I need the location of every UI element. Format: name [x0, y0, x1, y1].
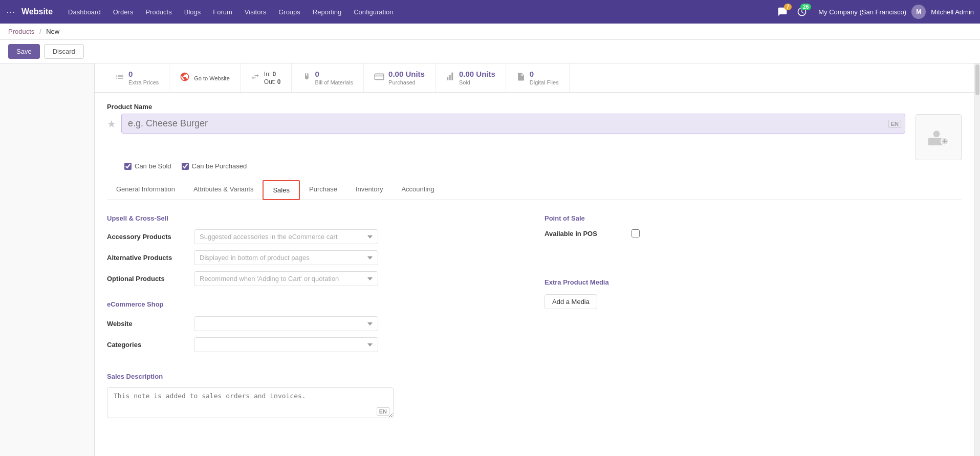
optional-products-select[interactable]: Recommend when 'Adding to Cart' or quota…: [194, 271, 378, 286]
website-select[interactable]: [194, 316, 378, 331]
right-column: Point of Sale Available in POS Extra Pro…: [545, 212, 962, 358]
units-sold-label: Sold: [459, 79, 470, 85]
svg-rect-0: [375, 74, 384, 79]
product-image-upload[interactable]: [916, 114, 962, 160]
updates-count: 26: [800, 4, 811, 10]
nav-item-dashboard[interactable]: Dashboard: [63, 5, 106, 19]
stat-goto-website[interactable]: Go to Website: [169, 63, 241, 92]
product-name-lang[interactable]: EN: [888, 120, 901, 128]
pos-section-title: Point of Sale: [545, 214, 962, 222]
stat-digital-files[interactable]: 0 Digital Files: [506, 63, 570, 92]
nav-item-reporting[interactable]: Reporting: [308, 5, 346, 19]
nav-item-forum[interactable]: Forum: [208, 5, 237, 19]
stat-bom[interactable]: 0 Bill of Materials: [292, 63, 364, 92]
sales-desc-title: Sales Description: [107, 373, 962, 380]
accessory-products-label: Accessory Products: [107, 233, 194, 241]
left-column: Upsell & Cross-Sell Accessory Products S…: [107, 212, 524, 358]
app-name[interactable]: Website: [21, 7, 53, 16]
product-name-input[interactable]: [121, 114, 905, 134]
discard-button[interactable]: Discard: [44, 44, 84, 59]
chat-notification[interactable]: 7: [777, 7, 788, 17]
nav-item-configuration[interactable]: Configuration: [349, 5, 398, 19]
scrollbar[interactable]: [974, 63, 980, 456]
accessory-products-row: Accessory Products Suggested accessories…: [107, 229, 524, 244]
ecommerce-section-title: eCommerce Shop: [107, 300, 524, 308]
save-button[interactable]: Save: [8, 44, 40, 59]
chat-count: 7: [784, 4, 792, 10]
breadcrumb-current: New: [46, 28, 59, 35]
tab-purchase[interactable]: Purchase: [300, 180, 346, 200]
nav-item-blogs[interactable]: Blogs: [179, 5, 206, 19]
globe-icon: [180, 72, 190, 84]
out-label: Out: 0: [264, 78, 281, 85]
units-sold-number: 0.00 Units: [459, 70, 495, 78]
categories-row: Categories: [107, 337, 524, 352]
top-navigation: ⋯ Website Dashboard Orders Products Blog…: [0, 0, 980, 24]
favorite-star-icon[interactable]: ★: [107, 118, 116, 130]
card-icon: [374, 73, 384, 83]
nav-item-products[interactable]: Products: [140, 5, 177, 19]
alternative-products-label: Alternative Products: [107, 254, 194, 262]
upsell-section-title: Upsell & Cross-Sell: [107, 214, 524, 222]
company-name[interactable]: My Company (San Francisco): [818, 8, 906, 16]
alternative-products-row: Alternative Products Displayed in bottom…: [107, 250, 524, 265]
stats-bar: 0 Extra Prices Go to Website In: 0 O: [95, 63, 974, 93]
tab-attributes-variants[interactable]: Attributes & Variants: [184, 180, 263, 200]
sidebar-left: [0, 63, 95, 456]
transfer-icon: [251, 72, 260, 84]
bom-label: Bill of Materials: [315, 79, 354, 85]
grid-icon[interactable]: ⋯: [6, 6, 15, 17]
bom-number: 0: [315, 70, 354, 78]
available-pos-checkbox[interactable]: [631, 229, 640, 237]
stat-units-purchased[interactable]: 0.00 Units Purchased: [364, 63, 435, 92]
can-be-sold-checkbox[interactable]: Can be Sold: [124, 162, 171, 170]
user-name[interactable]: Mitchell Admin: [931, 8, 974, 16]
sales-tab-content: Upsell & Cross-Sell Accessory Products S…: [107, 212, 962, 358]
sales-desc-textarea[interactable]: [107, 387, 394, 418]
optional-products-label: Optional Products: [107, 275, 194, 283]
can-be-purchased-checkbox[interactable]: Can be Purchased: [182, 162, 247, 170]
tab-inventory[interactable]: Inventory: [346, 180, 392, 200]
breadcrumb-parent[interactable]: Products: [8, 28, 34, 35]
digital-files-number: 0: [530, 70, 559, 78]
extra-media-section-title: Extra Product Media: [545, 278, 962, 286]
extra-prices-label: Extra Prices: [128, 79, 159, 85]
alternative-products-select[interactable]: Displayed in bottom of product pages: [194, 250, 378, 265]
website-label: Website: [107, 320, 194, 328]
nav-item-orders[interactable]: Orders: [108, 5, 139, 19]
action-bar: Save Discard: [0, 40, 980, 63]
tab-accounting[interactable]: Accounting: [392, 180, 443, 200]
stat-units-sold[interactable]: 0.00 Units Sold: [435, 63, 506, 92]
scrollbar-thumb[interactable]: [975, 64, 979, 95]
chart-icon: [446, 72, 455, 84]
nav-item-visitors[interactable]: Visitors: [239, 5, 271, 19]
accessory-products-select[interactable]: Suggested accessories in the eCommerce c…: [194, 229, 378, 244]
content-area: 0 Extra Prices Go to Website In: 0 O: [95, 63, 974, 456]
stat-in-out[interactable]: In: 0 Out: 0: [241, 63, 292, 92]
website-row: Website: [107, 316, 524, 331]
nav-item-groups[interactable]: Groups: [273, 5, 306, 19]
tab-general-information[interactable]: General Information: [107, 180, 184, 200]
user-avatar[interactable]: M: [911, 5, 926, 19]
stat-extra-prices[interactable]: 0 Extra Prices: [105, 63, 169, 92]
available-pos-label: Available in POS: [545, 230, 631, 237]
goto-website-label: Go to Website: [194, 75, 230, 81]
add-media-button[interactable]: Add a Media: [545, 294, 597, 309]
categories-label: Categories: [107, 341, 194, 349]
sales-desc-lang: EN: [377, 407, 389, 416]
updates-notification[interactable]: 26: [797, 7, 807, 17]
breadcrumb: Products / New: [0, 24, 980, 40]
product-form: Product Name ★ EN: [95, 93, 974, 430]
flask-icon: [302, 72, 311, 84]
in-label: In: 0: [264, 71, 276, 78]
extra-prices-number: 0: [128, 70, 159, 78]
product-name-label: Product Name: [107, 103, 905, 111]
tab-sales[interactable]: Sales: [263, 180, 300, 200]
list-icon: [115, 72, 124, 84]
product-tabs: General Information Attributes & Variant…: [107, 180, 962, 200]
units-purchased-number: 0.00 Units: [388, 70, 425, 78]
digital-files-label: Digital Files: [530, 79, 559, 85]
optional-products-row: Optional Products Recommend when 'Adding…: [107, 271, 524, 286]
file-icon: [516, 72, 526, 84]
categories-select[interactable]: [194, 337, 378, 352]
